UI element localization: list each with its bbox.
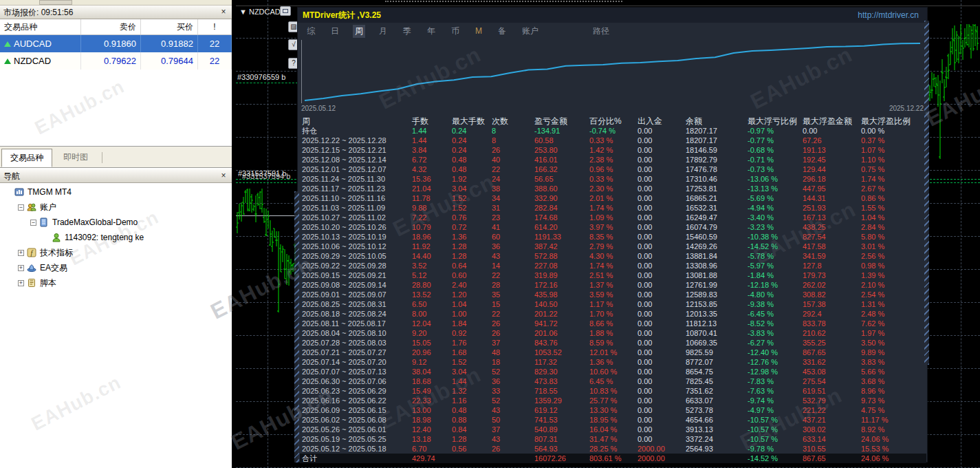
table-row[interactable]: 2025.08.18 ~ 2025.08.248.001.0022201.221… — [302, 309, 924, 319]
nav-item-账户[interactable]: −账户 — [0, 200, 232, 215]
table-row[interactable]: 2025.08.11 ~ 2025.08.1712.041.8426941.72… — [302, 319, 924, 328]
table-row[interactable]: 2025.11.17 ~ 2025.11.2321.043.0438388.60… — [302, 184, 924, 193]
tab-交易品种[interactable]: 交易品种 — [1, 149, 52, 167]
panel-edge[interactable] — [924, 21, 929, 365]
stats-tab-年[interactable]: 年 — [425, 25, 437, 38]
nav-item-脚本[interactable]: +脚本 — [0, 275, 232, 290]
table-row[interactable]: 2025.06.30 ~ 2025.07.0618.681.4436473.83… — [302, 376, 924, 386]
symbol-cell: NZDCAD — [0, 52, 81, 70]
close-icon[interactable]: × — [219, 6, 228, 19]
mtdriver-link[interactable]: http://mtdriver.cn — [858, 10, 919, 20]
stats-tab-季[interactable]: 季 — [401, 25, 413, 38]
table-cell: -0.74 % — [589, 126, 638, 136]
nav-item-trademaxglobal-demo[interactable]: −TradeMaxGlobal-Demo — [0, 215, 232, 230]
table-cell: 1.55 % — [861, 203, 924, 213]
panel-edge[interactable] — [294, 191, 299, 462]
table-cell: 296.18 — [803, 174, 861, 184]
total-row[interactable]: 合计429.7416072.26803.61 %2000.00-14.52 %8… — [300, 454, 926, 463]
table-cell: 2.54 % — [861, 290, 924, 299]
table-cell: 829.30 — [534, 367, 589, 376]
market-row-nzdcad[interactable]: NZDCAD0.796220.7964422 — [0, 52, 232, 70]
column-header[interactable]: 卖价 — [81, 19, 141, 34]
column-header[interactable]: 交易品种 — [0, 19, 81, 34]
nav-item-tmgm-mt4[interactable]: TMGM MT4 — [0, 184, 232, 200]
table-cell: 10.79 — [412, 222, 452, 232]
table-row[interactable]: 2025.07.07 ~ 2025.07.1338.043.0452829.30… — [302, 367, 924, 376]
nav-item-label: TMGM MT4 — [28, 187, 72, 197]
table-cell: 308.82 — [803, 290, 861, 299]
table-cell: -0.71 % — [748, 155, 803, 164]
table-row[interactable]: 2025.09.22 ~ 2025.09.283.520.6414227.081… — [302, 261, 924, 270]
table-row[interactable]: 2025.05.12 ~ 2025.05.186.700.5626564.932… — [302, 444, 924, 454]
table-cell: 1.74 % — [589, 203, 638, 213]
table-cell: 11.78 — [412, 193, 452, 203]
stats-tab-M[interactable]: M — [473, 25, 484, 36]
table-cell: 2.48 % — [861, 309, 924, 319]
table-cell: 2564.93 — [686, 444, 748, 454]
expander-icon[interactable]: − — [18, 204, 24, 211]
table-cell: 833.78 — [803, 319, 861, 328]
expander-icon[interactable]: − — [30, 220, 36, 226]
close-icon[interactable]: × — [219, 169, 228, 183]
table-row[interactable]: 2025.05.26 ~ 2025.06.0112.400.8437540.89… — [302, 425, 924, 434]
table-row[interactable]: 2025.09.01 ~ 2025.09.0713.521.2035435.98… — [302, 290, 924, 299]
table-row[interactable]: 2025.07.14 ~ 2025.07.209.121.5218117.321… — [302, 357, 924, 367]
table-row[interactable]: 2025.11.24 ~ 2025.11.3015.361.922456.650… — [302, 174, 924, 184]
table-row[interactable]: 2025.06.23 ~ 2025.06.2915.491.3233718.55… — [302, 386, 924, 396]
stats-tab-币[interactable]: 币 — [449, 25, 461, 38]
table-row[interactable]: 2025.06.16 ~ 2025.06.2222.331.16521359.2… — [302, 396, 924, 405]
table-row[interactable]: 2025.09.15 ~ 2025.09.215.120.6022319.892… — [302, 270, 924, 280]
table-cell: 26 — [492, 328, 534, 338]
table-row[interactable]: 2025.10.13 ~ 2025.10.1918.961.36601191.3… — [302, 232, 924, 242]
nav-item-技术指标[interactable]: +f技术指标 — [0, 245, 232, 260]
stats-tab-周[interactable]: 周 — [353, 25, 365, 38]
column-header[interactable]: ! — [198, 19, 232, 34]
stats-tab-备[interactable]: 备 — [496, 25, 508, 38]
table-row[interactable]: 2025.12.08 ~ 2025.12.146.720.4840416.012… — [302, 155, 924, 164]
nav-item-1143092-tengteng-ke[interactable]: 1143092: tengteng ke — [0, 230, 232, 245]
table-cell: 1.32 — [452, 386, 492, 396]
table-row[interactable]: 2025.12.15 ~ 2025.12.213.840.2426253.801… — [302, 145, 924, 155]
stats-tab-日[interactable]: 日 — [329, 25, 341, 38]
stats-tab-综[interactable]: 综 — [305, 25, 317, 38]
market-row-audcad[interactable]: AUDCAD0.918600.9188222 — [0, 35, 232, 52]
table-row[interactable]: 2025.12.01 ~ 2025.12.074.320.4822166.320… — [302, 164, 924, 174]
table-cell: 201.06 — [534, 328, 589, 338]
table-cell: 0.00 — [638, 396, 686, 405]
table-row[interactable]: 2025.07.21 ~ 2025.07.2720.961.68481053.5… — [302, 348, 924, 357]
table-row[interactable]: 2025.10.20 ~ 2025.10.2610.790.7241614.20… — [302, 222, 924, 232]
table-cell: 2025.12.01 ~ 2025.12.07 — [302, 164, 412, 174]
table-cell: 2.67 % — [861, 184, 924, 193]
table-row[interactable]: 2025.05.19 ~ 2025.05.2513.181.2843807.31… — [302, 434, 924, 444]
table-row[interactable]: 2025.08.04 ~ 2025.08.109.200.9226201.061… — [302, 328, 924, 338]
table-row[interactable]: 2025.11.10 ~ 2025.11.1611.781.5234332.90… — [302, 193, 924, 203]
restore-window-button[interactable] — [280, 6, 291, 16]
tab-即时图[interactable]: 即时图 — [55, 149, 96, 167]
table-row[interactable]: 2025.07.28 ~ 2025.08.0315.051.7637843.76… — [302, 338, 924, 348]
open-positions-row[interactable]: 持仓1.440.248-134.91-0.74 %0.0018207.17-0.… — [302, 126, 924, 136]
expander-icon[interactable]: + — [18, 250, 24, 256]
table-row[interactable]: 2025.11.03 ~ 2025.11.099.881.5231282.841… — [302, 203, 924, 213]
expander-icon[interactable]: + — [18, 265, 24, 271]
table-cell: 2025.06.02 ~ 2025.06.08 — [302, 415, 412, 425]
table-row[interactable]: 2025.10.06 ~ 2025.10.1211.921.2836387.42… — [302, 242, 924, 251]
table-row[interactable]: 2025.06.02 ~ 2025.06.0818.980.8850741.53… — [302, 415, 924, 425]
table-cell: 36 — [492, 242, 534, 251]
nav-item-ea交易[interactable]: +EA交易 — [0, 260, 232, 275]
table-cell: 1.74 % — [589, 261, 638, 270]
table-cell: 40 — [492, 155, 534, 164]
table-row[interactable]: 2025.08.25 ~ 2025.08.316.501.0415140.501… — [302, 299, 924, 309]
column-header[interactable]: 买价 — [141, 19, 198, 34]
table-row[interactable]: 2025.10.27 ~ 2025.11.027.220.7623174.681… — [302, 213, 924, 222]
table-row[interactable]: 2025.06.09 ~ 2025.06.1513.000.4843619.12… — [302, 405, 924, 415]
stats-tab-月[interactable]: 月 — [377, 25, 389, 38]
path-label[interactable]: 路径 — [591, 25, 611, 38]
navigator-title: 导航 — [3, 171, 20, 181]
table-cell: 24.06 % — [861, 434, 924, 444]
expander-icon[interactable]: + — [18, 280, 24, 286]
table-row[interactable]: 2025.12.22 ~ 2025.12.281.440.24860.580.3… — [302, 136, 924, 145]
table-row[interactable]: 2025.09.08 ~ 2025.09.1428.802.4028172.16… — [302, 280, 924, 290]
stats-tab-账户[interactable]: 账户 — [520, 25, 541, 38]
table-row[interactable]: 2025.09.29 ~ 2025.10.0514.401.2843572.88… — [302, 251, 924, 261]
table-cell: -9.38 % — [748, 299, 803, 309]
